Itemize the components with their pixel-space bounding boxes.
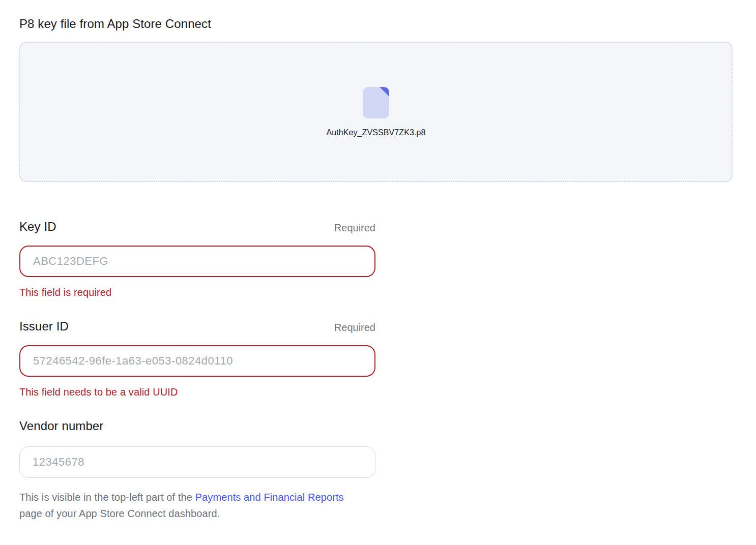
- payments-and-financial-reports-link[interactable]: Payments and Financial Reports: [195, 492, 344, 503]
- help-text-prefix: This is visible in the top-left part of …: [19, 492, 195, 503]
- key-id-input[interactable]: [19, 246, 375, 277]
- issuer-id-field-header: Issuer ID Required: [19, 319, 375, 334]
- vendor-number-label: Vendor number: [19, 419, 103, 433]
- document-icon: [363, 87, 389, 118]
- app-store-connect-credentials-form: P8 key file from App Store Connect AuthK…: [0, 0, 756, 522]
- key-id-field: Key ID Required This field is required: [19, 220, 375, 298]
- key-id-label: Key ID: [19, 220, 56, 234]
- issuer-id-error-message: This field needs to be a valid UUID: [19, 386, 375, 398]
- help-text-suffix: page of your App Store Connect dashboard…: [19, 508, 220, 519]
- p8-file-dropzone[interactable]: AuthKey_ZVSSBV7ZK3.p8: [19, 42, 733, 182]
- key-id-required-badge: Required: [334, 222, 375, 234]
- issuer-id-required-badge: Required: [334, 322, 375, 334]
- key-id-error-message: This field is required: [19, 287, 375, 298]
- uploaded-file-name: AuthKey_ZVSSBV7ZK3.p8: [326, 128, 425, 137]
- p8-file-label: P8 key file from App Store Connect: [19, 17, 756, 31]
- key-id-field-header: Key ID Required: [19, 220, 375, 234]
- issuer-id-input[interactable]: [19, 345, 375, 377]
- vendor-number-field-header: Vendor number: [19, 419, 375, 433]
- vendor-number-field: Vendor number This is visible in the top…: [19, 419, 375, 522]
- issuer-id-label: Issuer ID: [19, 319, 69, 334]
- issuer-id-field: Issuer ID Required This field needs to b…: [19, 319, 375, 398]
- vendor-number-help-text: This is visible in the top-left part of …: [19, 489, 353, 522]
- vendor-number-input[interactable]: [19, 446, 375, 478]
